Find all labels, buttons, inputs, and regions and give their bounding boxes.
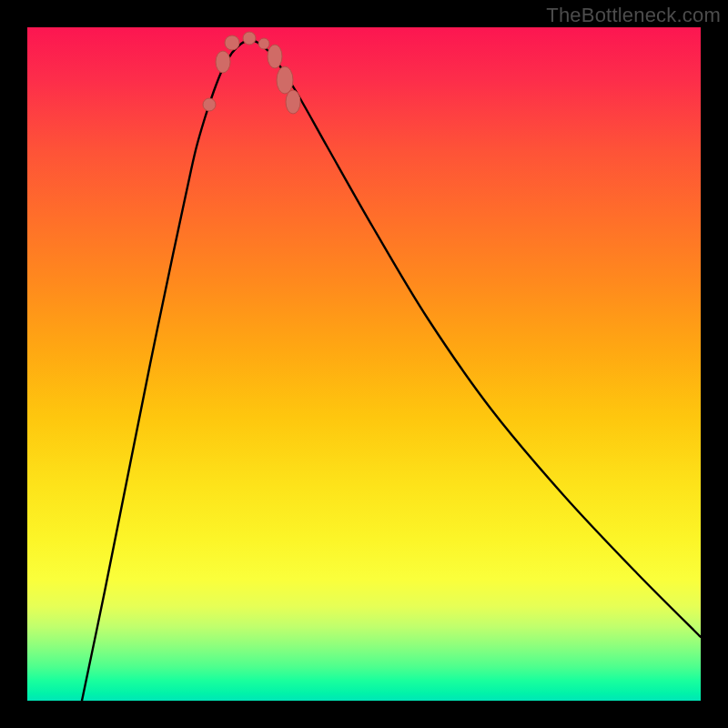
plot-area (27, 27, 701, 701)
curve-marker (277, 66, 293, 94)
curve-marker (203, 98, 216, 111)
chart-frame: TheBottleneck.com (0, 0, 728, 728)
curve-marker (268, 45, 282, 68)
curve-marker (216, 51, 230, 73)
curve-marker (243, 32, 256, 45)
bottleneck-curve (82, 40, 701, 701)
curve-markers (203, 32, 300, 114)
curve-layer (27, 27, 701, 701)
curve-marker (258, 38, 269, 49)
watermark-text: TheBottleneck.com (546, 4, 721, 27)
curve-marker (225, 35, 239, 50)
curve-marker (286, 90, 300, 114)
